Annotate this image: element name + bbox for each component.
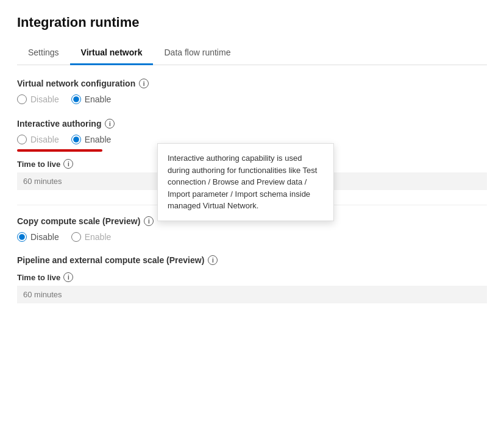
tab-virtual-network[interactable]: Virtual network (70, 41, 154, 65)
pipeline-external-label: Pipeline and external compute scale (Pre… (17, 255, 487, 265)
interactive-authoring-enable-option[interactable]: Enable (71, 135, 112, 144)
pipeline-external-info-icon[interactable]: i (208, 255, 218, 265)
tabs-container: Settings Virtual network Data flow runti… (17, 41, 487, 65)
virtual-network-enable-radio[interactable] (71, 94, 81, 104)
copy-compute-disable-option[interactable]: Disable (17, 232, 59, 242)
interactive-authoring-label: Interactive authoring i (17, 119, 487, 129)
interactive-authoring-disable-radio[interactable] (17, 135, 27, 144)
time-to-live-pipeline-label: Time to live i (17, 272, 487, 282)
tab-data-flow-runtime[interactable]: Data flow runtime (153, 41, 241, 65)
page-title: Integration runtime (17, 15, 487, 30)
virtual-network-config-info-icon[interactable]: i (139, 79, 149, 88)
virtual-network-config-section: Virtual network configuration i Disable … (17, 79, 487, 104)
time-to-live-pipeline-input[interactable] (17, 286, 487, 303)
interactive-authoring-progress-bar (17, 149, 102, 152)
time-to-live-pipeline-block: Time to live i (17, 272, 487, 303)
virtual-network-enable-option[interactable]: Enable (71, 94, 112, 104)
virtual-network-disable-option[interactable]: Disable (17, 94, 59, 104)
copy-compute-info-icon[interactable]: i (144, 216, 154, 226)
time-to-live-interactive-info-icon[interactable]: i (63, 159, 73, 169)
virtual-network-config-label: Virtual network configuration i (17, 79, 487, 88)
interactive-authoring-section: Interactive authoring i Disable Enable I… (17, 119, 487, 190)
virtual-network-config-radio-group: Disable Enable (17, 94, 487, 104)
copy-compute-disable-radio[interactable] (17, 232, 27, 242)
copy-compute-enable-option[interactable]: Enable (71, 232, 112, 242)
interactive-authoring-disable-option[interactable]: Disable (17, 135, 59, 144)
copy-compute-enable-radio[interactable] (71, 232, 81, 242)
interactive-authoring-info-icon[interactable]: i (105, 119, 115, 129)
interactive-authoring-enable-radio[interactable] (71, 135, 81, 144)
time-to-live-pipeline-info-icon[interactable]: i (63, 272, 73, 282)
pipeline-external-section: Pipeline and external compute scale (Pre… (17, 255, 487, 303)
interactive-authoring-tooltip: Interactive authoring capability is used… (157, 143, 334, 221)
virtual-network-disable-radio[interactable] (17, 94, 27, 104)
tab-settings[interactable]: Settings (17, 41, 70, 65)
copy-compute-radio-group: Disable Enable (17, 232, 487, 242)
